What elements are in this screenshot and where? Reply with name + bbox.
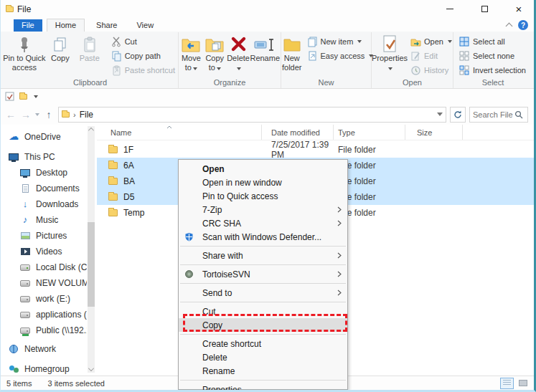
sidebar-item-homegroup[interactable]: Homegroup: [1, 361, 87, 377]
menu-item-share-with[interactable]: Share with: [179, 249, 347, 262]
move-to-button[interactable]: Move to: [179, 32, 203, 72]
address-folder-icon: [62, 112, 70, 118]
menu-item-properties[interactable]: Properties: [179, 383, 347, 392]
sidebar-item-music[interactable]: Music: [1, 212, 87, 228]
open-button[interactable]: Open: [408, 36, 454, 47]
copy-icon: [52, 34, 69, 54]
address-dropdown-icon[interactable]: [437, 113, 443, 116]
quick-access-toolbar: [1, 89, 534, 104]
copy-to-button[interactable]: Copy to: [203, 32, 227, 72]
new-folder-label: New folder: [282, 54, 302, 72]
menu-item-open[interactable]: Open: [179, 162, 347, 176]
sidebar-item-pictures[interactable]: Pictures: [1, 228, 87, 244]
history-button[interactable]: History: [408, 64, 454, 76]
qat-customize-icon[interactable]: [34, 95, 38, 98]
delete-button[interactable]: Delete: [227, 32, 250, 72]
scrollbar-thumb[interactable]: [88, 222, 95, 307]
folder-icon: [108, 178, 118, 185]
paste-shortcut-button[interactable]: Paste shortcut: [109, 64, 177, 76]
submenu-arrow-icon: [337, 220, 342, 226]
copy-button[interactable]: Copy: [46, 32, 75, 63]
scissors-icon: [111, 37, 122, 47]
select-all-button[interactable]: Select all: [457, 36, 528, 47]
qat-new-folder-icon[interactable]: [19, 94, 27, 100]
tab-file[interactable]: File: [14, 19, 42, 32]
up-icon[interactable]: ↑: [43, 109, 55, 120]
menu-separator: [180, 283, 346, 284]
sidebar-item-new-volume-d[interactable]: NEW VOLUME (D: [1, 275, 87, 291]
copy-path-button[interactable]: Copy path: [109, 50, 177, 62]
menu-item-create-shortcut[interactable]: Create shortcut: [179, 337, 347, 350]
qat-properties-icon[interactable]: [5, 92, 14, 101]
rename-button[interactable]: Rename: [250, 32, 280, 63]
sidebar-item-local-disk-c[interactable]: Local Disk (C:): [1, 259, 87, 275]
column-header-type[interactable]: Type: [334, 125, 405, 140]
maximize-button[interactable]: [476, 3, 492, 16]
minimize-ribbon-icon[interactable]: [506, 23, 513, 30]
pushpin-icon: [17, 34, 32, 54]
scroll-up-icon[interactable]: [88, 128, 94, 133]
tab-share[interactable]: Share: [88, 19, 125, 32]
pin-to-quick-access-button[interactable]: Pin to Quick access: [3, 32, 46, 72]
search-input[interactable]: [473, 110, 514, 119]
sidebar-item-network[interactable]: Network: [1, 341, 87, 357]
paste-button[interactable]: Paste: [75, 32, 105, 63]
sidebar-item-downloads[interactable]: Downloads: [1, 196, 87, 212]
column-header-name[interactable]: Name: [97, 125, 262, 140]
cut-button[interactable]: Cut: [109, 36, 177, 47]
forward-icon[interactable]: →: [20, 109, 32, 120]
refresh-button[interactable]: [450, 107, 466, 123]
pictures-icon: [19, 232, 31, 239]
menu-item-tortoisesvn[interactable]: TortoiseSVN: [179, 267, 347, 281]
sidebar-item-applications-f[interactable]: applications (F:): [1, 307, 87, 322]
select-none-button[interactable]: Select none: [457, 50, 528, 62]
sort-ascending-icon: [166, 125, 172, 129]
menu-item-7-zip[interactable]: 7-Zip: [179, 203, 347, 216]
menu-item-delete[interactable]: Delete: [179, 350, 347, 364]
menu-item-rename[interactable]: Rename: [179, 364, 347, 378]
new-folder-button[interactable]: New folder: [282, 32, 302, 72]
scroll-down-icon[interactable]: [88, 365, 94, 371]
recent-locations-icon[interactable]: [35, 113, 39, 116]
column-header-date-modified[interactable]: Date modified: [262, 125, 334, 140]
new-small-buttons: New item Easy access: [305, 32, 376, 62]
sidebar-scrollbar[interactable]: [88, 126, 95, 373]
sidebar-item-this-pc[interactable]: This PC: [1, 149, 87, 165]
properties-button[interactable]: Properties: [372, 32, 407, 72]
sidebar-item-work-e[interactable]: work (E:): [1, 291, 87, 307]
edit-button[interactable]: Edit: [408, 50, 454, 62]
new-item-button[interactable]: New item: [305, 36, 376, 47]
clipboard-group-label: Clipboard: [3, 77, 177, 88]
tab-view[interactable]: View: [128, 19, 161, 32]
menu-item-crc-sha[interactable]: CRC SHA: [179, 216, 347, 230]
sidebar-item-onedrive[interactable]: OneDrive: [1, 129, 87, 145]
thumbnails-view-button[interactable]: [516, 378, 530, 389]
address-bar[interactable]: › File: [58, 107, 446, 123]
sidebar-item-documents[interactable]: Documents: [1, 181, 87, 196]
move-to-icon: [182, 34, 200, 54]
details-view-button[interactable]: [500, 378, 514, 389]
sidebar-item-videos[interactable]: Videos: [1, 244, 87, 259]
file-row-1f[interactable]: 1F 7/25/2017 1:39 PM File folder: [97, 142, 534, 158]
menu-item-send-to[interactable]: Send to: [179, 286, 347, 300]
search-box[interactable]: [469, 107, 528, 123]
history-icon: [410, 65, 421, 76]
menu-item-pin-to-quick-access[interactable]: Pin to Quick access: [179, 189, 347, 203]
invert-selection-button[interactable]: Invert selection: [457, 64, 528, 76]
breadcrumb[interactable]: File: [80, 110, 93, 120]
sidebar-item-public-network-drive[interactable]: Public (\\192.168: [1, 322, 87, 338]
minimize-button[interactable]: [442, 3, 458, 16]
back-icon[interactable]: ←: [5, 109, 17, 120]
tortoisesvn-icon: [184, 269, 194, 279]
sidebar-item-desktop[interactable]: Desktop: [1, 165, 87, 181]
rename-label: Rename: [250, 54, 280, 63]
menu-item-scan-with-windows-defender[interactable]: Scan with Windows Defender...: [179, 230, 347, 244]
close-button[interactable]: ×: [511, 3, 527, 16]
column-header-size[interactable]: Size: [405, 125, 463, 140]
tab-home[interactable]: Home: [47, 19, 85, 32]
easy-access-button[interactable]: Easy access: [305, 50, 376, 62]
edit-icon: [410, 51, 421, 62]
help-icon[interactable]: [518, 20, 528, 30]
menu-item-open-in-new-window[interactable]: Open in new window: [179, 176, 347, 189]
menu-separator: [180, 302, 346, 302]
